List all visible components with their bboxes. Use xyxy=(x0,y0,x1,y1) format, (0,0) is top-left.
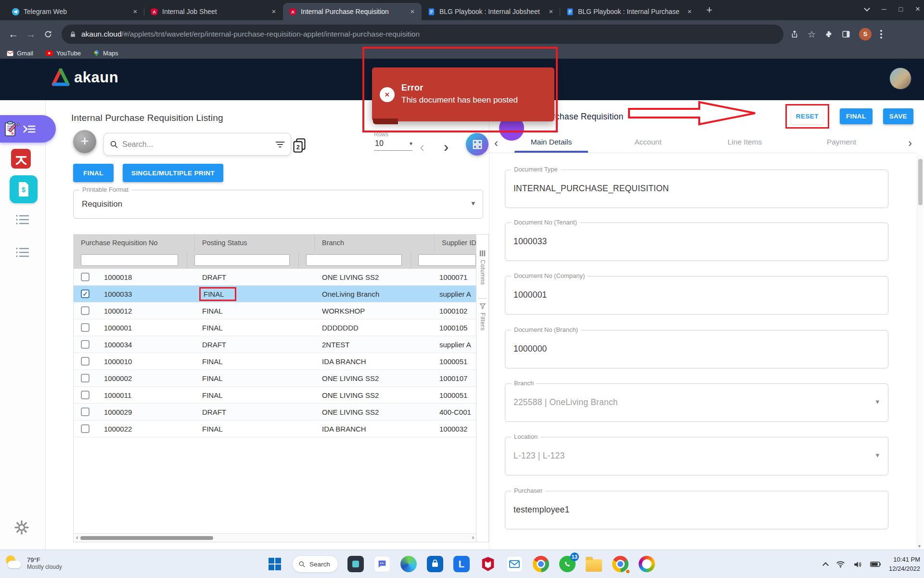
field-document-no-company[interactable]: Document No (Company) 1000001 xyxy=(505,276,888,315)
chrome-icon[interactable] xyxy=(532,555,550,573)
duplicate-pages-icon[interactable]: 2 xyxy=(292,138,307,153)
row-checkbox[interactable] xyxy=(81,407,90,416)
extensions-icon[interactable] xyxy=(824,30,833,39)
add-record-button[interactable]: + xyxy=(73,130,96,153)
akaun-logo[interactable]: akaun xyxy=(51,68,118,87)
forward-button[interactable]: → xyxy=(22,28,39,40)
whatsapp-icon[interactable]: 13 xyxy=(558,555,577,573)
file-explorer-icon[interactable] xyxy=(585,555,603,573)
page-next-button[interactable]: › xyxy=(444,139,449,155)
row-checkbox[interactable] xyxy=(81,424,90,433)
field-location[interactable]: Location L-123 | L-123 ▾ xyxy=(505,437,888,475)
sidebar-item-list-1[interactable] xyxy=(15,214,30,225)
printable-format-select[interactable]: Printable Format Requisition ▾ xyxy=(73,190,483,219)
table-row[interactable]: 1000034 DRAFT 2NTEST supplier A xyxy=(74,336,476,353)
sidebar-item-list-2[interactable] xyxy=(15,247,30,258)
error-toast[interactable]: × Error This document has been posted xyxy=(372,67,554,121)
row-checkbox-checked[interactable]: ✓ xyxy=(81,289,90,298)
profile-avatar[interactable]: S xyxy=(859,28,872,40)
grid-view-button[interactable] xyxy=(466,133,488,156)
tab-close-icon[interactable]: × xyxy=(408,7,417,16)
filter-branch-input[interactable] xyxy=(306,254,402,266)
search-box[interactable] xyxy=(103,133,291,156)
wifi-icon[interactable] xyxy=(836,561,845,568)
single-multiple-print-button[interactable]: SINGLE/MULTIPLE PRINT xyxy=(123,164,223,182)
tabs-scroll-left-icon[interactable]: ‹ xyxy=(489,136,503,150)
filter-supplier-input[interactable] xyxy=(418,254,476,266)
table-row[interactable]: 1000010 FINAL IDA BRANCH 1000051 xyxy=(74,353,476,370)
tab-close-icon[interactable]: × xyxy=(685,7,694,16)
reset-button[interactable]: RESET xyxy=(791,108,823,124)
tab-payment[interactable]: Payment xyxy=(793,133,890,153)
table-row[interactable]: 1000012 FINAL WORKSHOP 1000102 xyxy=(74,302,476,319)
table-row[interactable]: 1000022 FINAL IDA BRANCH 1000032 xyxy=(74,420,476,437)
bookmark-youtube[interactable]: YouTube xyxy=(46,50,81,57)
tab-close-icon[interactable]: × xyxy=(131,7,140,16)
save-button[interactable]: SAVE xyxy=(883,108,913,124)
page-prev-button[interactable]: ‹ xyxy=(420,139,424,155)
sidebar-item-dai-applet[interactable] xyxy=(11,149,31,169)
settings-gear-icon[interactable] xyxy=(14,520,29,535)
row-checkbox[interactable] xyxy=(81,374,90,382)
filter-posting-status-input[interactable] xyxy=(194,254,290,266)
row-checkbox[interactable] xyxy=(81,273,90,281)
back-button[interactable]: ← xyxy=(5,28,22,40)
row-checkbox[interactable] xyxy=(81,340,90,349)
tab-blg-playbook-jobsheet[interactable]: BLG Playbook : Internal Jobsheet × xyxy=(422,3,560,20)
bookmark-maps[interactable]: Maps xyxy=(93,50,118,57)
header-supplier-id[interactable]: Supplier ID xyxy=(435,235,476,251)
filters-strip-label[interactable]: Filters xyxy=(479,313,486,331)
side-panel-icon[interactable] xyxy=(842,30,850,39)
row-checkbox[interactable] xyxy=(81,323,90,332)
tab-line-items[interactable]: Line Items xyxy=(696,133,793,153)
scroll-left-icon[interactable]: ‹ xyxy=(76,534,78,541)
row-checkbox[interactable] xyxy=(81,357,90,366)
columns-icon[interactable] xyxy=(479,250,486,257)
field-branch[interactable]: Branch 225588 | OneLiving Branch ▾ xyxy=(505,383,888,422)
maximize-button[interactable]: □ xyxy=(899,5,903,13)
l-app-icon[interactable]: L xyxy=(452,555,471,573)
vertical-scrollbar[interactable]: ▾ xyxy=(917,155,923,549)
sidebar-item-requisition-active[interactable] xyxy=(0,115,56,143)
reload-button[interactable] xyxy=(39,30,57,39)
tab-main-details[interactable]: Main Details xyxy=(503,133,600,153)
table-row[interactable]: 1000011 FINAL ONE LIVING SS2 1000051 xyxy=(74,387,476,404)
row-checkbox[interactable] xyxy=(81,391,90,399)
filters-icon[interactable] xyxy=(479,303,486,310)
start-button[interactable] xyxy=(266,555,284,573)
taskbar-search[interactable]: Search xyxy=(292,555,338,573)
mcafee-icon[interactable] xyxy=(479,555,497,573)
header-posting-status[interactable]: Posting Status xyxy=(195,235,315,251)
tab-blg-playbook-purchase[interactable]: BLG Playbook : Internal Purchase × xyxy=(560,3,699,20)
user-avatar[interactable] xyxy=(889,67,911,90)
chrome-profile-icon[interactable] xyxy=(611,555,629,573)
tray-expand-icon[interactable] xyxy=(822,562,829,568)
field-document-no-branch[interactable]: Document No (Branch) 1000000 xyxy=(505,330,888,368)
taskbar-clock[interactable]: 10:41 PM 12/24/2022 xyxy=(889,555,920,574)
rows-per-page-select[interactable]: Rows 10 ▾ xyxy=(374,131,412,151)
volume-icon[interactable] xyxy=(853,561,862,568)
tab-internal-job-sheet[interactable]: A Internal Job Sheet × xyxy=(144,3,283,20)
mail-icon[interactable] xyxy=(505,555,524,573)
columns-strip-label[interactable]: Columns xyxy=(479,260,486,285)
filter-pr-no-input[interactable] xyxy=(81,254,178,266)
new-tab-button[interactable]: + xyxy=(703,4,716,17)
url-bar[interactable]: akaun.cloud/#/applets/tnt/wavelet/erp/in… xyxy=(62,25,783,44)
table-row-selected[interactable]: ✓1000033 FINAL OneLiving Branch supplier… xyxy=(74,286,476,302)
tab-search-icon[interactable] xyxy=(864,5,870,12)
table-row[interactable]: 1000002 FINAL ONE LIVING SS2 1000107 xyxy=(74,370,476,387)
taskbar-weather[interactable]: 79°F Mostly cloudy xyxy=(5,554,62,572)
tab-account[interactable]: Account xyxy=(600,133,696,153)
sidebar-item-finance-doc[interactable]: $ xyxy=(10,175,38,203)
share-icon[interactable] xyxy=(790,30,799,39)
table-row[interactable]: 1000018 DRAFT ONE LIVING SS2 1000071 xyxy=(74,269,476,286)
field-purchaser[interactable]: Purchaser testemployee1 xyxy=(505,491,888,529)
scrollbar-thumb[interactable] xyxy=(918,159,923,205)
tabs-scroll-right-icon[interactable]: › xyxy=(903,136,917,150)
field-document-no-tenant[interactable]: Document No (Tenant) 1000033 xyxy=(505,223,888,261)
edge-icon[interactable] xyxy=(399,555,418,573)
header-pr-no[interactable]: Purchase Requisition No xyxy=(74,235,195,251)
minimize-button[interactable]: ─ xyxy=(882,5,886,13)
horizontal-scrollbar[interactable]: ‹ › xyxy=(74,533,476,542)
tab-close-icon[interactable]: × xyxy=(270,7,278,16)
